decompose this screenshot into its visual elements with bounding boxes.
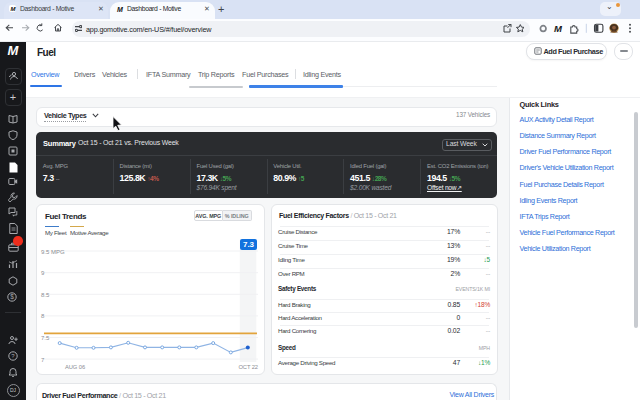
svg-text:9: 9 xyxy=(41,270,45,276)
svg-text:$: $ xyxy=(10,293,14,300)
svg-text:AUG 06: AUG 06 xyxy=(65,364,85,370)
svg-text:OCT 22: OCT 22 xyxy=(238,364,258,370)
svg-text:M: M xyxy=(554,23,563,34)
svg-text:8.5: 8.5 xyxy=(41,292,50,298)
svg-text:9.5 MPG: 9.5 MPG xyxy=(41,249,65,255)
svg-text:?: ? xyxy=(11,353,15,359)
svg-text:7.5: 7.5 xyxy=(41,335,50,341)
